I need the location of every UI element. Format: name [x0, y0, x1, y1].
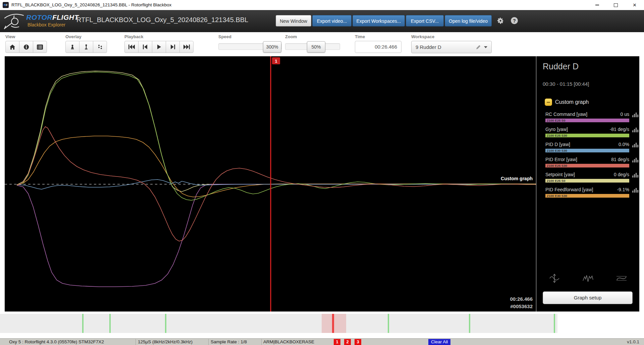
close-icon: × [633, 2, 637, 8]
jump-start-icon [128, 45, 135, 49]
vertical-zoom-icon[interactable] [549, 273, 560, 285]
chart-marker-flag[interactable]: 1 [272, 57, 280, 64]
export-csv-button[interactable]: Export CSV... [406, 15, 444, 26]
zoom-group-label: Zoom [285, 34, 297, 39]
legend-field-row[interactable]: Gyro [yaw]-81 deg/sZ100 E25 S30 [545, 126, 629, 141]
view-group-label: View [5, 34, 15, 39]
legend-field-row[interactable]: RC Command [yaw]0 usZ100 E25 S0 [545, 111, 629, 126]
field-analyser-icon[interactable] [632, 143, 639, 147]
status-divider [208, 339, 209, 345]
playback-step-back-button[interactable] [138, 41, 152, 53]
legend-field-row[interactable]: PID D [yaw]0.0%Z100 E30 S30 [545, 141, 629, 156]
field-tag: Z100 E30 S30 [547, 149, 567, 152]
app-icon: RF [3, 2, 9, 8]
playback-jump-end-button[interactable] [179, 41, 194, 53]
field-analyser-icon[interactable] [632, 113, 639, 117]
playback-play-button[interactable] [152, 41, 166, 53]
maximize-button[interactable] [606, 0, 625, 10]
field-analyser-icon[interactable] [632, 128, 639, 132]
log-index-badge[interactable]: 1 [334, 339, 340, 345]
open-log-button[interactable]: Open log file/video [445, 15, 492, 26]
export-video-button[interactable]: Export video... [312, 15, 352, 26]
minimize-button[interactable] [588, 0, 606, 10]
status-debug-mode: ARM|BLACKBOXERASE [263, 339, 314, 345]
smoothing-icon[interactable] [616, 273, 627, 285]
chart-canvas[interactable]: Custom graph 00:26.466 #0053632 1 [5, 56, 536, 312]
status-divider [136, 339, 136, 345]
field-value: -81 deg/s [610, 127, 629, 132]
zoom-slider[interactable]: 50% [285, 41, 340, 53]
graph-setup-button[interactable]: Graph setup [543, 291, 633, 304]
view-home-button[interactable] [5, 41, 19, 53]
playback-step-forward-button[interactable] [166, 41, 180, 53]
seekbar-cursor[interactable] [332, 314, 334, 333]
seekbar-event-marker [165, 314, 166, 333]
export-workspaces-button[interactable]: Export Workspaces... [353, 15, 405, 26]
field-tag: Z100 E25 S30 [547, 164, 567, 167]
view-log-info-button[interactable] [19, 41, 33, 53]
expression-waveform-icon[interactable] [582, 273, 594, 285]
clear-all-button[interactable]: Clear All [428, 339, 450, 345]
field-value: 0 us [621, 112, 629, 117]
workspace-group-label: Workspace [411, 34, 434, 39]
settings-gear-icon[interactable] [497, 17, 504, 26]
collapse-graph-button[interactable] [545, 98, 552, 106]
chart-marker-label: 1 [275, 59, 277, 64]
field-tag: Z100 E25 S0 [547, 179, 565, 183]
custom-graph-group-header[interactable]: Custom graph [545, 98, 589, 106]
time-input[interactable]: 00:26.466 [355, 41, 401, 53]
legend-field-row[interactable]: PID Feedforward [yaw]-9.1%Z100 E30 S30 [545, 187, 629, 201]
seekbar[interactable] [0, 314, 557, 333]
legend-tool-icons [545, 273, 631, 285]
new-window-button[interactable]: New Window [276, 15, 311, 26]
log-time-range: 00:30 - 01:15 [00:44] [543, 81, 589, 87]
log-index-badge[interactable]: 3 [355, 339, 361, 345]
field-name: PID Error [yaw] [545, 157, 611, 162]
helicopter-logo-icon [3, 11, 25, 32]
legend-field-row[interactable]: PID Error [yaw]81 deg/sZ100 E25 S30 [545, 156, 629, 171]
status-sample-rate: Sample Rate : 1/8 [211, 339, 247, 345]
field-name: PID D [yaw] [545, 142, 619, 147]
craft-icon [70, 44, 75, 50]
view-log-fields-button[interactable] [33, 41, 47, 53]
status-divider [261, 339, 262, 345]
speed-slider[interactable]: 300% [218, 41, 282, 53]
zoom-slider-thumb[interactable]: 50% [307, 41, 325, 53]
window-title: RTFL_BLACKBOX_LOG_Oxy_5_20240826_121345.… [11, 0, 171, 10]
field-analyser-icon[interactable] [632, 173, 639, 178]
chevron-down-icon [484, 46, 487, 48]
playback-jump-start-button[interactable] [124, 41, 139, 53]
time-group-label: Time [355, 34, 365, 39]
workspace-select[interactable]: 9 Rudder D [411, 41, 492, 53]
custom-graph-group-label: Custom graph [555, 99, 589, 105]
field-name: PID Feedforward [yaw] [545, 187, 617, 192]
overlay-sticks-button[interactable] [93, 41, 107, 53]
field-tag: Z100 E25 S0 [547, 119, 565, 122]
field-value: -9.1% [617, 187, 629, 192]
field-color-bar: Z100 E30 S30 [545, 149, 629, 152]
play-icon [157, 45, 161, 49]
info-icon [23, 44, 29, 50]
workspace-value: 9 Rudder D [416, 44, 476, 50]
field-color-bar: Z100 E25 S0 [545, 179, 629, 183]
legend-fields: RC Command [yaw]0 usZ100 E25 S0Gyro [yaw… [545, 111, 639, 201]
field-analyser-icon[interactable] [632, 188, 639, 193]
field-color-bar: Z100 E25 S30 [545, 134, 629, 137]
log-index-badge[interactable]: 2 [344, 339, 351, 345]
traces [17, 71, 536, 287]
overlay-stick-button[interactable] [79, 41, 93, 53]
brand-name: ROTORFLIGHT [26, 13, 79, 21]
field-analyser-icon[interactable] [632, 158, 639, 162]
overlay-craft-button[interactable] [65, 41, 79, 53]
field-value: 0 deg/s [614, 172, 629, 177]
brand-rotor: ROTOR [26, 13, 52, 21]
seekbar-event-marker [109, 314, 111, 333]
graph-area: Custom graph 00:26.466 #0053632 1 Rudder… [5, 56, 639, 312]
help-icon[interactable]: ? [511, 17, 518, 24]
legend-field-row[interactable]: Setpoint [yaw]0 deg/sZ100 E25 S0 [545, 171, 629, 186]
toolbar: View Overlay Playback Speed Zoom Time Wo… [0, 32, 644, 56]
field-color-bar: Z100 E25 S0 [545, 119, 629, 122]
edit-pencil-icon[interactable] [476, 45, 481, 50]
close-button[interactable]: × [625, 0, 644, 10]
speed-slider-thumb[interactable]: 300% [263, 41, 281, 53]
